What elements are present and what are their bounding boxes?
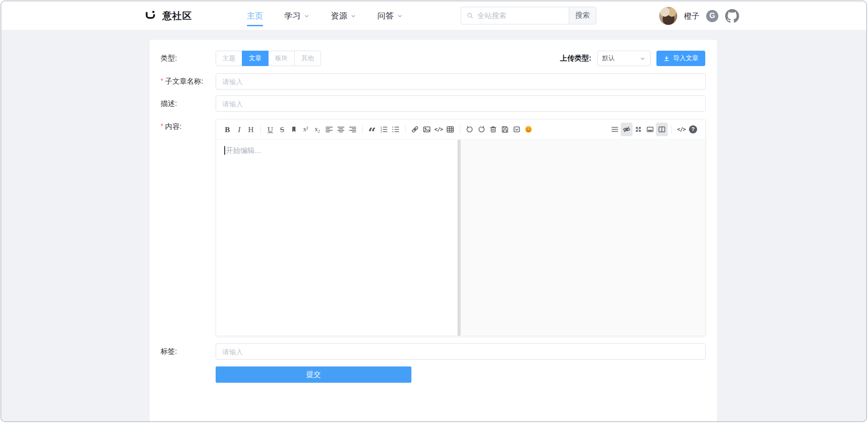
heading-glyph: H bbox=[248, 126, 254, 133]
outline-button[interactable] bbox=[609, 123, 621, 136]
brand-link[interactable]: 意社区 bbox=[144, 1, 192, 30]
undo-icon bbox=[466, 125, 474, 133]
user-area: 橙子 G bbox=[659, 1, 739, 30]
subarticle-name-input[interactable] bbox=[216, 73, 706, 90]
save-button[interactable] bbox=[499, 123, 511, 136]
toolbar-separator bbox=[405, 125, 406, 134]
code-block-button[interactable]: </> bbox=[433, 123, 444, 136]
superscript-button[interactable]: x² bbox=[300, 123, 311, 136]
site-search: 搜索 bbox=[461, 7, 596, 24]
nav-item-qa[interactable]: 问答 bbox=[377, 1, 403, 30]
underline-button[interactable]: U bbox=[264, 123, 276, 136]
preview-pane-icon bbox=[646, 125, 654, 133]
superscript-glyph: x² bbox=[303, 126, 308, 133]
underline-glyph: U bbox=[268, 126, 273, 133]
italic-glyph: I bbox=[238, 126, 241, 133]
toolbar-separator bbox=[260, 125, 261, 134]
heading-button[interactable]: H bbox=[245, 123, 257, 136]
tags-input[interactable] bbox=[216, 343, 706, 360]
align-right-button[interactable] bbox=[347, 123, 359, 136]
link-icon bbox=[411, 125, 419, 133]
submit-button[interactable]: 提交 bbox=[216, 366, 411, 383]
search-input[interactable] bbox=[477, 12, 563, 20]
help-button[interactable]: ? bbox=[687, 123, 699, 136]
italic-button[interactable]: I bbox=[233, 123, 245, 136]
type-segmented-control: 主题 文章 板块 其他 bbox=[216, 51, 321, 66]
eye-off-icon bbox=[623, 125, 631, 133]
upload-type-select[interactable]: 默认 bbox=[597, 51, 651, 66]
unordered-list-icon bbox=[392, 125, 400, 133]
type-label: 类型: bbox=[160, 51, 177, 66]
nav-item-home[interactable]: 主页 bbox=[247, 1, 263, 30]
blockquote-button[interactable]: “ bbox=[366, 123, 378, 136]
github-icon[interactable] bbox=[725, 9, 739, 23]
emoji-button[interactable] bbox=[523, 123, 534, 136]
search-icon bbox=[467, 12, 473, 19]
post-form-card: 类型: 主题 文章 板块 其他 上传类型: 默认 导入文章 *子文章名称: 描述… bbox=[150, 40, 717, 422]
search-button[interactable]: 搜索 bbox=[569, 7, 596, 24]
ordered-list-button[interactable]: 1 2 3 bbox=[378, 123, 390, 136]
save-icon bbox=[501, 125, 509, 133]
align-left-button[interactable] bbox=[323, 123, 335, 136]
subscript-button[interactable]: x₂ bbox=[311, 123, 323, 136]
editor-placeholder: 开始编辑... bbox=[226, 147, 261, 154]
fullscreen-button[interactable] bbox=[632, 123, 644, 136]
clear-button[interactable] bbox=[487, 123, 499, 136]
pane-resize-handle[interactable] bbox=[458, 140, 461, 336]
link-button[interactable] bbox=[409, 123, 421, 136]
avatar[interactable] bbox=[659, 7, 677, 25]
type-option-article[interactable]: 文章 bbox=[242, 51, 269, 66]
unordered-list-button[interactable] bbox=[390, 123, 401, 136]
align-left-icon bbox=[325, 125, 333, 133]
preview-toggle-button[interactable] bbox=[621, 123, 632, 136]
preview-only-button[interactable] bbox=[644, 123, 656, 136]
align-right-icon bbox=[349, 125, 357, 133]
code-glyph: </> bbox=[434, 126, 443, 133]
required-mark: * bbox=[160, 123, 163, 130]
nav-item-label: 学习 bbox=[284, 10, 301, 21]
table-button[interactable] bbox=[444, 123, 456, 136]
undo-button[interactable] bbox=[464, 123, 476, 136]
main-nav: 主页 学习 资源 问答 bbox=[247, 1, 403, 30]
editor-body: 开始编辑... bbox=[216, 140, 705, 336]
type-option-board[interactable]: 板块 bbox=[268, 51, 295, 66]
browser-window: 意社区 主页 学习 资源 问答 bbox=[0, 0, 867, 422]
editor-toolbar: B I H U S x² x₂ bbox=[216, 119, 705, 140]
site-logo-icon bbox=[144, 10, 156, 22]
import-article-button[interactable]: 导入文章 bbox=[656, 51, 705, 66]
todo-button[interactable] bbox=[511, 123, 523, 136]
upload-type-value: 默认 bbox=[602, 54, 615, 62]
image-icon bbox=[423, 125, 431, 133]
nav-item-resources[interactable]: 资源 bbox=[331, 1, 356, 30]
nav-item-learn[interactable]: 学习 bbox=[284, 1, 310, 30]
ordered-list-icon: 1 2 3 bbox=[380, 125, 388, 133]
source-code-button[interactable]: </> bbox=[675, 123, 687, 136]
type-option-other[interactable]: 其他 bbox=[294, 51, 321, 66]
help-icon: ? bbox=[689, 125, 697, 133]
svg-text:3: 3 bbox=[381, 130, 382, 133]
emoji-icon bbox=[524, 125, 533, 133]
editor-input-pane[interactable]: 开始编辑... bbox=[216, 140, 458, 336]
split-view-button[interactable] bbox=[656, 123, 668, 136]
username[interactable]: 橙子 bbox=[684, 11, 699, 21]
align-center-button[interactable] bbox=[335, 123, 347, 136]
image-button[interactable] bbox=[421, 123, 433, 136]
top-navbar: 意社区 主页 学习 资源 问答 bbox=[1, 1, 866, 30]
text-caret bbox=[224, 146, 225, 155]
toolbar-separator bbox=[460, 125, 460, 134]
nav-item-label: 资源 bbox=[331, 10, 347, 21]
download-icon bbox=[663, 55, 670, 62]
hamburger-icon bbox=[611, 125, 619, 133]
type-option-topic[interactable]: 主题 bbox=[216, 51, 242, 66]
description-input[interactable] bbox=[216, 95, 706, 112]
redo-button[interactable] bbox=[476, 123, 487, 136]
subarticle-label: *子文章名称: bbox=[160, 73, 203, 90]
mark-button[interactable] bbox=[288, 123, 300, 136]
strikethrough-button[interactable]: S bbox=[276, 123, 288, 136]
tags-label: 标签: bbox=[160, 343, 177, 360]
gitee-icon[interactable]: G bbox=[706, 10, 718, 22]
search-box bbox=[461, 7, 569, 24]
bookmark-icon bbox=[290, 125, 298, 133]
bold-button[interactable]: B bbox=[222, 123, 233, 136]
redo-icon bbox=[477, 125, 486, 133]
